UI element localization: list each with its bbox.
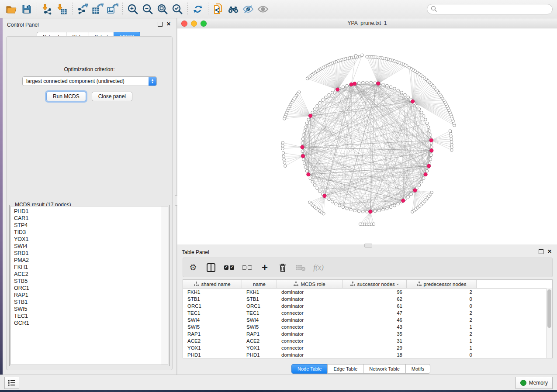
mcds-hub-node[interactable] xyxy=(301,145,304,149)
ring-node[interactable] xyxy=(366,81,369,84)
ring-node[interactable] xyxy=(382,83,385,86)
mcds-result-item[interactable]: RAP1 xyxy=(14,292,162,299)
hide-selected-icon[interactable] xyxy=(241,3,256,16)
float-panel-icon[interactable] xyxy=(539,249,543,254)
export-table-icon[interactable] xyxy=(90,3,105,16)
mcds-result-item[interactable]: TID3 xyxy=(14,229,162,236)
column-header-mcds-role[interactable]: MCDS role xyxy=(277,280,343,288)
ring-node[interactable] xyxy=(422,177,425,180)
ring-node[interactable] xyxy=(397,89,400,92)
mcds-hub-node[interactable] xyxy=(336,88,339,91)
mcds-hub-node[interactable] xyxy=(308,114,312,117)
ring-node[interactable] xyxy=(324,96,327,99)
tab-network-table[interactable]: Network Table xyxy=(363,364,406,374)
ring-node[interactable] xyxy=(357,210,360,213)
task-history-button[interactable] xyxy=(4,377,19,389)
network-graph[interactable] xyxy=(177,28,557,244)
mcds-result-item[interactable]: PHD1 xyxy=(14,208,162,215)
node-table[interactable]: shared namenameMCDS rolesuccessor nodes›… xyxy=(183,279,553,358)
delete-column-icon[interactable] xyxy=(277,262,288,273)
ring-node[interactable] xyxy=(415,104,419,107)
show-hidden-icon[interactable] xyxy=(256,3,270,16)
ring-node[interactable] xyxy=(393,204,396,207)
mcds-hub-node[interactable] xyxy=(430,149,433,152)
ring-node[interactable] xyxy=(426,122,429,125)
table-row[interactable]: PHD1PHD1dominator180 xyxy=(183,351,552,358)
close-panel-button[interactable]: Close panel xyxy=(92,92,132,101)
horizontal-splitter-handle[interactable] xyxy=(364,244,372,248)
leaf-node[interactable] xyxy=(449,132,452,135)
mcds-result-item[interactable]: STB1 xyxy=(14,299,162,306)
ring-node[interactable] xyxy=(302,158,305,161)
leaf-node[interactable] xyxy=(281,144,284,147)
ring-node[interactable] xyxy=(389,206,392,209)
ring-node[interactable] xyxy=(393,87,396,90)
table-scrollbar[interactable] xyxy=(546,288,552,358)
ring-node[interactable] xyxy=(318,190,322,193)
ring-node[interactable] xyxy=(382,208,385,211)
leaf-node[interactable] xyxy=(322,212,325,215)
mcds-result-item[interactable]: TEC1 xyxy=(14,313,162,320)
ring-node[interactable] xyxy=(331,91,334,94)
ring-node[interactable] xyxy=(400,91,403,94)
ring-node[interactable] xyxy=(346,84,349,87)
ring-node[interactable] xyxy=(385,207,388,210)
mcds-result-item[interactable]: SRD1 xyxy=(14,250,162,257)
leaf-node[interactable] xyxy=(366,55,369,58)
mcds-hub-node[interactable] xyxy=(323,194,326,197)
ring-node[interactable] xyxy=(303,130,306,133)
ring-node[interactable] xyxy=(328,93,331,96)
table-settings-icon[interactable]: ⚙ xyxy=(187,262,199,273)
leaf-node[interactable] xyxy=(450,148,453,151)
tab-node-table[interactable]: Node Table xyxy=(291,364,328,374)
network-view-canvas[interactable] xyxy=(177,28,557,244)
mcds-hub-node[interactable] xyxy=(349,83,353,86)
table-row[interactable]: YOX1YOX1connector291 xyxy=(183,344,552,351)
mcds-result-item[interactable]: ACE2 xyxy=(14,271,162,278)
optimization-criterion-select[interactable]: largest connected component (undirected)… xyxy=(22,76,157,86)
ring-node[interactable] xyxy=(374,210,377,213)
mcds-result-item[interactable]: GCR1 xyxy=(14,320,162,327)
ring-node[interactable] xyxy=(342,86,345,89)
ring-node[interactable] xyxy=(418,184,421,187)
add-column-icon[interactable]: + xyxy=(259,262,270,273)
leaf-node[interactable] xyxy=(450,141,453,144)
ring-node[interactable] xyxy=(301,141,304,144)
ring-node[interactable] xyxy=(410,193,413,196)
leaf-node[interactable] xyxy=(450,146,453,149)
import-table-icon[interactable] xyxy=(55,3,69,16)
mcds-list-scrollbar[interactable] xyxy=(162,206,168,364)
ring-node[interactable] xyxy=(316,104,319,107)
ring-node[interactable] xyxy=(304,165,307,168)
network-window-titlebar[interactable]: YPA_prune.txt_1 xyxy=(177,18,557,28)
leaf-node[interactable] xyxy=(450,143,453,146)
mcds-result-list[interactable]: PHD1CAR1STP4TID3YOX1SWI4SRD1PMA2FKH1ACE2… xyxy=(11,206,162,364)
ring-node[interactable] xyxy=(301,138,304,141)
ring-node[interactable] xyxy=(427,126,430,129)
ring-node[interactable] xyxy=(389,86,392,89)
ring-node[interactable] xyxy=(418,108,421,111)
leaf-node[interactable] xyxy=(281,147,284,150)
mcds-hub-node[interactable] xyxy=(376,82,380,85)
leaf-node[interactable] xyxy=(372,223,375,226)
mcds-hub-node[interactable] xyxy=(401,199,405,202)
ring-node[interactable] xyxy=(305,122,308,125)
ring-node[interactable] xyxy=(429,158,432,161)
ring-node[interactable] xyxy=(424,118,427,121)
ring-node[interactable] xyxy=(328,198,331,201)
close-panel-icon[interactable]: ✕ xyxy=(166,22,171,26)
leaf-node[interactable] xyxy=(281,141,284,144)
ring-node[interactable] xyxy=(311,111,314,114)
find-icon[interactable] xyxy=(226,3,241,16)
ring-node[interactable] xyxy=(305,169,308,172)
mcds-result-item[interactable]: FKH1 xyxy=(14,264,162,271)
ring-node[interactable] xyxy=(407,196,410,199)
ring-node[interactable] xyxy=(321,99,324,102)
mcds-result-item[interactable]: ORC1 xyxy=(14,285,162,292)
mcds-result-item[interactable]: SWI4 xyxy=(14,243,162,250)
search-input[interactable] xyxy=(437,6,549,13)
leaf-node[interactable] xyxy=(361,54,364,57)
ring-node[interactable] xyxy=(422,114,425,117)
leaf-node[interactable] xyxy=(283,117,286,120)
leaf-node[interactable] xyxy=(354,54,357,57)
